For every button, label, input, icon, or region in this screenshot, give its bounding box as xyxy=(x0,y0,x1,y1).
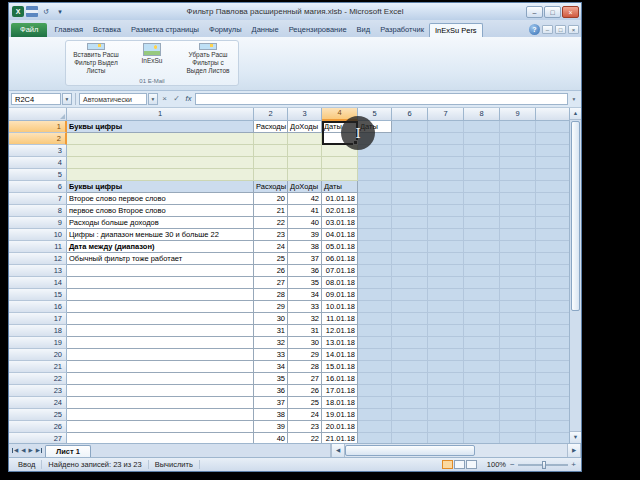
cell-r26c10[interactable] xyxy=(536,421,569,433)
cell-r5c7[interactable] xyxy=(428,169,464,181)
cell-r17c6[interactable] xyxy=(392,313,428,325)
expand-formula-bar-icon[interactable]: ▾ xyxy=(569,96,579,102)
cell-r23c1[interactable] xyxy=(67,385,254,397)
cell-r14c10[interactable] xyxy=(536,277,569,289)
cell-r21c10[interactable] xyxy=(536,361,569,373)
row-header-10[interactable]: 10 xyxy=(9,229,67,241)
cell-r20c3[interactable]: 29 xyxy=(288,349,322,361)
cell-r25c8[interactable] xyxy=(464,409,500,421)
cell-r2c9[interactable] xyxy=(500,133,536,145)
cell-r13c9[interactable] xyxy=(500,265,536,277)
normal-view-icon[interactable] xyxy=(442,460,453,469)
cell-r20c2[interactable]: 33 xyxy=(254,349,288,361)
cell-r17c9[interactable] xyxy=(500,313,536,325)
column-header-3[interactable]: 3 xyxy=(288,108,322,121)
next-sheet-icon[interactable]: ▶ xyxy=(28,448,32,454)
row-header-5[interactable]: 5 xyxy=(9,169,67,181)
cell-r14c8[interactable] xyxy=(464,277,500,289)
row-header-1[interactable]: 1 xyxy=(9,121,67,133)
cell-r3c3[interactable] xyxy=(288,145,322,157)
cell-r11c5[interactable] xyxy=(358,241,392,253)
cell-r25c1[interactable] xyxy=(67,409,254,421)
cell-r6c6[interactable] xyxy=(392,181,428,193)
cell-r15c8[interactable] xyxy=(464,289,500,301)
cell-r1c1[interactable]: Буквы цифры xyxy=(67,121,254,133)
cell-r22c5[interactable] xyxy=(358,373,392,385)
column-header-8[interactable]: 8 xyxy=(464,108,500,121)
cell-r5c6[interactable] xyxy=(392,169,428,181)
cell-r27c6[interactable] xyxy=(392,433,428,443)
cell-r4c4[interactable] xyxy=(322,157,358,169)
row-header-6[interactable]: 6 xyxy=(9,181,67,193)
cell-r16c4[interactable]: 10.01.18 xyxy=(322,301,358,313)
cell-r21c4[interactable]: 15.01.18 xyxy=(322,361,358,373)
auto-dropdown[interactable]: Автоматически xyxy=(79,93,147,105)
cell-r23c10[interactable] xyxy=(536,385,569,397)
cell-r21c7[interactable] xyxy=(428,361,464,373)
cell-r17c1[interactable] xyxy=(67,313,254,325)
cell-r15c6[interactable] xyxy=(392,289,428,301)
cell-r16c6[interactable] xyxy=(392,301,428,313)
cell-r1c6[interactable] xyxy=(392,121,428,133)
cell-r25c9[interactable] xyxy=(500,409,536,421)
cell-r27c1[interactable] xyxy=(67,433,254,443)
cell-r24c5[interactable] xyxy=(358,397,392,409)
cell-r23c5[interactable] xyxy=(358,385,392,397)
minimize-button[interactable]: – xyxy=(526,6,543,18)
cell-r27c10[interactable] xyxy=(536,433,569,443)
vertical-scroll-thumb[interactable] xyxy=(571,121,580,311)
zoom-slider[interactable]: − + xyxy=(510,461,576,469)
cell-r16c10[interactable] xyxy=(536,301,569,313)
cell-r7c1[interactable]: Второе слово первое слово xyxy=(67,193,254,205)
cell-r26c4[interactable]: 20.01.18 xyxy=(322,421,358,433)
cell-r15c9[interactable] xyxy=(500,289,536,301)
name-box[interactable]: R2C4 xyxy=(11,93,61,105)
cell-r25c6[interactable] xyxy=(392,409,428,421)
cell-r24c10[interactable] xyxy=(536,397,569,409)
row-header-11[interactable]: 11 xyxy=(9,241,67,253)
calculate-status[interactable]: Вычислить xyxy=(149,460,200,469)
cell-r17c8[interactable] xyxy=(464,313,500,325)
cell-r17c7[interactable] xyxy=(428,313,464,325)
cell-r8c6[interactable] xyxy=(392,205,428,217)
cell-r11c9[interactable] xyxy=(500,241,536,253)
cell-r26c9[interactable] xyxy=(500,421,536,433)
row-header-12[interactable]: 12 xyxy=(9,253,67,265)
horizontal-scroll-thumb[interactable] xyxy=(345,445,475,456)
cell-r14c1[interactable] xyxy=(67,277,254,289)
column-header-7[interactable]: 7 xyxy=(428,108,464,121)
cell-r8c1[interactable]: первое слово Второе слово xyxy=(67,205,254,217)
cell-r26c6[interactable] xyxy=(392,421,428,433)
row-header-20[interactable]: 20 xyxy=(9,349,67,361)
cell-r20c9[interactable] xyxy=(500,349,536,361)
row-header-2[interactable]: 2 xyxy=(9,133,67,145)
cell-r19c9[interactable] xyxy=(500,337,536,349)
cell-r13c1[interactable] xyxy=(67,265,254,277)
cell-r21c3[interactable]: 28 xyxy=(288,361,322,373)
cell-r20c10[interactable] xyxy=(536,349,569,361)
cell-r2c3[interactable] xyxy=(288,133,322,145)
cell-r18c7[interactable] xyxy=(428,325,464,337)
workbook-restore-button[interactable]: □ xyxy=(555,25,566,34)
cell-r13c5[interactable] xyxy=(358,265,392,277)
first-sheet-icon[interactable]: ◀ xyxy=(12,448,18,454)
cell-r23c4[interactable]: 17.01.18 xyxy=(322,385,358,397)
cell-r13c4[interactable]: 07.01.18 xyxy=(322,265,358,277)
cell-r21c2[interactable]: 34 xyxy=(254,361,288,373)
cell-r1c10[interactable] xyxy=(536,121,569,133)
cell-r6c2[interactable]: Расходы xyxy=(254,181,288,193)
cell-r9c9[interactable] xyxy=(500,217,536,229)
cell-r15c2[interactable]: 28 xyxy=(254,289,288,301)
cell-r8c9[interactable] xyxy=(500,205,536,217)
cell-r2c7[interactable] xyxy=(428,133,464,145)
workbook-minimize-button[interactable]: – xyxy=(542,25,553,34)
cell-r27c5[interactable] xyxy=(358,433,392,443)
cell-r12c9[interactable] xyxy=(500,253,536,265)
cell-r9c6[interactable] xyxy=(392,217,428,229)
cell-r12c5[interactable] xyxy=(358,253,392,265)
tab-главная[interactable]: Главная xyxy=(49,23,88,37)
cell-r25c3[interactable]: 24 xyxy=(288,409,322,421)
cell-r2c1[interactable] xyxy=(67,133,254,145)
column-header-6[interactable]: 6 xyxy=(392,108,428,121)
row-header-19[interactable]: 19 xyxy=(9,337,67,349)
